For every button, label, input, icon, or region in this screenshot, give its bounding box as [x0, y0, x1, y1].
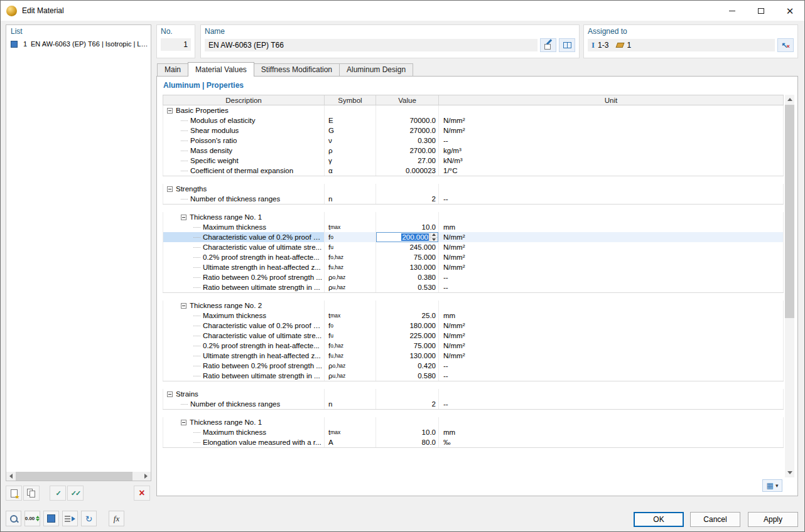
description-cell[interactable]: Thickness range No. 2	[163, 301, 325, 311]
scroll-up-icon[interactable]	[785, 95, 794, 104]
tab-main[interactable]: Main	[157, 63, 188, 76]
material-name-input[interactable]: EN AW-6063 (EP) T66	[205, 39, 538, 51]
collapse-icon[interactable]	[181, 215, 186, 220]
table-row[interactable]: Maximum thicknesstmax10.0mm	[163, 427, 784, 437]
table-row[interactable]: Ratio between 0.2% proof strength ...ρo,…	[163, 361, 784, 371]
group-row[interactable]: Basic Properties	[163, 105, 784, 115]
material-library-button[interactable]	[559, 38, 575, 52]
value-cell[interactable]: 180.000	[376, 321, 439, 331]
maximize-button[interactable]	[747, 1, 775, 21]
table-row[interactable]: 0.2% proof strength in heat-affecte...fo…	[163, 252, 784, 262]
apply-button[interactable]: Apply	[748, 512, 798, 527]
table-row[interactable]: Specific weightγ27.00kN/m³	[163, 156, 784, 166]
table-row[interactable]: Characteristic value of ultimate stre...…	[163, 242, 784, 252]
value-cell[interactable]: 2	[376, 399, 439, 409]
decimal-places-button[interactable]: 0.00	[24, 511, 40, 526]
collapse-icon[interactable]	[167, 108, 173, 114]
cancel-button[interactable]: Cancel	[690, 512, 740, 527]
value-cell[interactable]	[376, 417, 439, 427]
description-cell[interactable]: Strengths	[163, 184, 325, 194]
tab-material-values[interactable]: Material Values	[188, 62, 254, 77]
value-cell[interactable]: 0.300	[376, 136, 439, 146]
description-cell[interactable]: Characteristic value of ultimate stre...	[163, 242, 325, 252]
table-row[interactable]: Ultimate strength in heat-affected z...f…	[163, 262, 784, 272]
value-cell[interactable]: 0.580	[376, 371, 439, 381]
value-cell[interactable]	[376, 389, 439, 399]
vscrollbar-thumb[interactable]	[785, 105, 794, 318]
description-cell[interactable]: Number of thickness ranges	[163, 399, 325, 409]
description-cell[interactable]: Mass density	[163, 146, 325, 156]
description-cell[interactable]: Basic Properties	[163, 105, 325, 115]
select-objects-button[interactable]: ↖×	[777, 38, 794, 52]
table-row[interactable]: Elongation value measured with a r...A80…	[163, 437, 784, 447]
group-row[interactable]: Strains	[163, 389, 784, 399]
value-cell[interactable]: 27000.0	[376, 125, 439, 136]
value-cell[interactable]	[376, 184, 439, 194]
tab-aluminum-design[interactable]: Aluminum Design	[339, 63, 413, 76]
description-cell[interactable]: Poisson's ratio	[163, 136, 325, 146]
value-cell[interactable]: 130.000	[376, 351, 439, 361]
description-cell[interactable]: Modulus of elasticity	[163, 115, 325, 125]
delete-material-button[interactable]: ×	[134, 486, 150, 501]
description-cell[interactable]: Characteristic value of 0.2% proof st...	[163, 321, 325, 331]
description-cell[interactable]: Ratio between ultimate strength in ...	[163, 371, 325, 381]
new-material-button[interactable]: ★	[6, 486, 22, 501]
group-row[interactable]: Thickness range No. 1	[163, 212, 784, 222]
value-cell[interactable]: 80.0	[376, 437, 439, 447]
value-input[interactable]: 200.000	[376, 232, 438, 242]
table-row[interactable]: Characteristic value of ultimate stre...…	[163, 331, 784, 341]
description-cell[interactable]: Number of thickness ranges	[163, 194, 325, 204]
value-spinner[interactable]	[430, 233, 438, 242]
ok-button[interactable]: OK	[634, 512, 684, 527]
value-cell[interactable]: 27.00	[376, 156, 439, 166]
table-row[interactable]: Coefficient of thermal expansionα0.00002…	[163, 166, 784, 176]
value-cell[interactable]: 2700.00	[376, 146, 439, 156]
description-cell[interactable]: Elongation value measured with a r...	[163, 437, 325, 447]
formula-button[interactable]: fx	[109, 511, 124, 526]
table-vertical-scrollbar[interactable]	[785, 95, 794, 477]
value-cell[interactable]: 130.000	[376, 262, 439, 272]
collapse-icon[interactable]	[181, 420, 186, 425]
description-cell[interactable]: 0.2% proof strength in heat-affecte...	[163, 341, 325, 351]
description-cell[interactable]: Ratio between 0.2% proof strength ...	[163, 361, 325, 371]
description-cell[interactable]: Ratio between ultimate strength in ...	[163, 282, 325, 292]
description-cell[interactable]: Maximum thickness	[163, 311, 325, 321]
export-table-button[interactable]: ▦ ▾	[762, 479, 782, 492]
value-cell[interactable]	[376, 105, 439, 115]
accept-button[interactable]: ✓	[50, 486, 66, 501]
table-row[interactable]: Number of thickness rangesn2--	[163, 399, 784, 409]
description-cell[interactable]: Specific weight	[163, 156, 325, 166]
edit-comment-button[interactable]	[540, 38, 556, 52]
description-cell[interactable]: Maximum thickness	[163, 222, 325, 232]
description-cell[interactable]: Strains	[163, 389, 325, 399]
value-cell[interactable]: 225.000	[376, 331, 439, 341]
table-row[interactable]: Ratio between 0.2% proof strength ...ρo,…	[163, 272, 784, 282]
value-cell[interactable]: 2	[376, 194, 439, 204]
table-row[interactable]: Maximum thicknesstmax25.0mm	[163, 311, 784, 321]
value-cell[interactable]: 75.000	[376, 341, 439, 351]
table-row[interactable]: Characteristic value of 0.2% proof st...…	[163, 232, 784, 242]
group-row[interactable]: Strengths	[163, 184, 784, 194]
table-row[interactable]: Ultimate strength in heat-affected z...f…	[163, 351, 784, 361]
value-cell[interactable]: 200.000	[376, 232, 439, 242]
description-cell[interactable]: Thickness range No. 1	[163, 417, 325, 427]
collapse-icon[interactable]	[167, 391, 173, 397]
list-item[interactable]: 1EN AW-6063 (EP) T66 | Isotropic | Linea…	[7, 38, 150, 50]
description-cell[interactable]: Shear modulus	[163, 125, 325, 136]
tab-stiffness-modification[interactable]: Stiffness Modification	[254, 63, 340, 76]
accept-all-button[interactable]: ✓✓	[67, 486, 84, 501]
value-cell[interactable]	[376, 301, 439, 311]
spin-up-icon[interactable]	[430, 233, 438, 238]
search-button[interactable]	[6, 511, 21, 526]
description-cell[interactable]: Coefficient of thermal expansion	[163, 166, 325, 176]
material-list[interactable]: 1EN AW-6063 (EP) T66 | Isotropic | Linea…	[7, 38, 150, 471]
table-row[interactable]: Characteristic value of 0.2% proof st...…	[163, 321, 784, 331]
group-row[interactable]: Thickness range No. 2	[163, 301, 784, 311]
material-color-button[interactable]	[43, 511, 59, 526]
minimize-button[interactable]	[718, 1, 747, 21]
value-cell[interactable]: 245.000	[376, 242, 439, 252]
value-cell[interactable]	[376, 212, 439, 222]
value-cell[interactable]: 75.000	[376, 252, 439, 262]
value-cell[interactable]: 25.0	[376, 311, 439, 321]
value-cell[interactable]: 0.530	[376, 282, 439, 292]
